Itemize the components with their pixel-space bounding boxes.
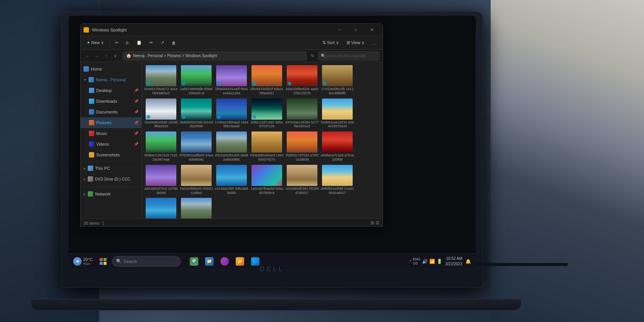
volume-icon[interactable]: 📶 [429,259,435,264]
battery-icon[interactable]: 🔋 [437,259,442,264]
sidebar-item-network[interactable]: ▶ Network [80,189,141,199]
taskbar-icon-3[interactable]: 🎵 [218,255,232,268]
delete-button[interactable]: 🗑 [169,38,179,48]
file-thumbnail [251,165,282,186]
file-label: a462660d7cc0 1d79b4b08d [144,187,178,195]
sidebar-item-downloads[interactable]: Downloads 📌 [80,96,141,107]
grid-view-icon[interactable]: ⊞ [371,220,374,225]
close-button[interactable]: ✕ [364,25,380,35]
file-item[interactable]: 7b5f05c7d7053 a79f21a2d838 [284,130,320,163]
maximize-button[interactable]: □ [348,25,363,35]
file-label: 32e06d60d3d9 1059b3fba3924 [144,120,178,129]
file-thumbnail [322,65,353,86]
new-button[interactable]: ✦ New ∨ [84,38,107,48]
pin-icon-3: 📌 [134,110,138,114]
file-item[interactable]: 17cf23e5f601fb 14116cc4fdb8fb [320,64,355,97]
sort-button[interactable]: ⇅ Sort ∨ [319,38,342,48]
file-item[interactable]: 0ce8517be4072 3a1e0b33d65e3 [143,64,179,97]
sidebar-item-home[interactable]: Home [80,64,141,74]
network-tray-icon[interactable]: 🔊 [422,259,428,264]
file-item[interactable]: a462660d7cc0 1d79b4b08d [143,163,179,197]
list-view-icon[interactable]: ☰ [376,220,380,225]
file-item[interactable]: 7a62e4fd5e05 3f2b22c1d6e4 [179,163,214,197]
refresh-button[interactable]: ↻ [308,52,317,60]
recent-button[interactable]: ∨ [111,52,120,60]
clock-time: 10:52 AM [445,256,463,261]
file-item[interactable]: 20f6c13d7c4d1 9d5a87037c29 [249,97,284,130]
file-item[interactable]: d9f5f951ed0bf 21e9255d1ad417 [320,163,355,197]
file-status-dot [146,82,150,85]
file-item[interactable]: d034cc05f7502 3daf835a21c4 [143,196,179,219]
file-item[interactable]: c41480c398 3d5cde8fa56b [214,163,249,197]
file-item[interactable]: 9769802adf8ef3 43aaa0b4b08c [179,130,214,163]
taskbar-icon-2[interactable]: 📁 [202,255,216,268]
file-item[interactable]: 6da31bf9ed2d1 aacb07bc3327b [284,64,320,97]
back-button[interactable]: ← [84,52,92,60]
taskbar-icon-4[interactable]: 📂 [233,255,247,268]
file-label: 9769802adf8ef3 43aaa0b4b08c [179,153,213,162]
address-path[interactable]: 🏠 Neeraj - Personal > Pictures > Windows… [123,51,307,61]
sidebar-item-thispc[interactable]: ▶ This PC [80,163,141,174]
weather-widget[interactable]: 🌧 20°C Rain [73,257,93,266]
up-button[interactable]: ↑ [102,52,110,60]
file-status-dot [182,115,186,119]
clock[interactable]: 10:52 AM 3/22/2023 [445,256,463,267]
sidebar-item-dvd[interactable]: ▶ DVD Drive (D:) CCC [80,174,141,184]
minimize-button[interactable]: ─ [332,25,347,35]
file-thumbnail [181,131,212,153]
share-button[interactable]: ↗ [158,38,167,48]
sidebar-label-documents: Documents [96,110,118,114]
sidebar-item-pictures[interactable]: Pictures 📌 [80,117,141,128]
forward-button[interactable]: → [93,52,101,60]
sidebar-item-music[interactable]: Music 📌 [80,128,141,139]
taskbar-search[interactable]: 🔍 Search [112,256,181,267]
file-item[interactable]: a6d6eca7c2e9 a791e2d3f08 [320,130,355,163]
file-item[interactable]: cc51bb5df1bf1 5f535fd7d0027 [284,163,320,197]
expand-icon-dvd: ▶ [84,177,86,181]
file-item[interactable]: 1709a43385aed 1604f88c3eae6 [214,97,249,130]
weather-icon: 🌧 [73,257,82,266]
copy-button[interactable]: ⎘ [123,38,132,48]
file-status-dot [288,82,291,85]
file-item[interactable]: 908be7c3974c9 71912ac967eae [143,130,179,163]
rename-button[interactable]: ✏ [146,38,156,48]
file-item[interactable]: 09369d5e46ae3 c454b5507427c [249,130,284,163]
file-item[interactable]: 32e06d60d3d9 1059b3fba3924 [143,97,179,130]
cut-button[interactable]: ✂ [112,38,122,48]
file-label: 1fbbd44431c4df 95acee9ea1384 [215,87,248,95]
file-item[interactable]: 2f6c6474d2b2f 6da31bf9ed2d1 [249,64,284,97]
file-item[interactable]: 1fbbd44431c4df 95acee9ea1384 [214,64,249,97]
sidebar-item-personal[interactable]: ▼ Neeraj - Personal [80,74,141,85]
sidebar-item-desktop[interactable]: Desktop 📌 [80,85,141,96]
sidebar-label-videos: Videos [96,142,109,146]
file-label: c41480c398 3d5cde8fa56b [215,187,248,195]
sidebar-item-documents[interactable]: Documents 📌 [80,107,141,117]
taskbar-icon-1[interactable]: 🌍 [187,255,201,268]
expand-icon-pc: ▶ [84,167,86,170]
file-item[interactable]: 1a5ca87f0ae8d 0e5ad07b58c4 [249,163,284,197]
status-separator: | [103,221,104,225]
window-controls: ─ □ ✕ [332,25,380,35]
app-icon [84,27,89,33]
file-item[interactable]: 36d9905b03d4 d2c432b2966b [179,97,214,130]
lang-indicator[interactable]: ENG US [413,257,421,266]
file-label: 17cf23e5f601fb 14116cc4fdb8fb [320,87,354,95]
view-button[interactable]: ⊞ View ∨ [343,38,368,48]
file-item[interactable]: ede99d861b7d 9773b3b2660cf [179,196,214,219]
sidebar-item-screenshots[interactable]: Screenshots [80,150,141,160]
paste-button[interactable]: 📋 [133,38,145,48]
tray-chevron[interactable]: ^ [410,260,411,263]
start-button[interactable] [97,256,109,267]
notification-icon[interactable]: 🔔 [465,259,471,264]
sofa-right [491,0,644,322]
file-item[interactable]: 542b52cee1823c 60e4e3397b644 [320,97,355,130]
more-button[interactable]: … [369,38,380,48]
file-item[interactable]: 437e0ae1462be b277f9e1501e3 [284,97,320,130]
file-item[interactable]: 1a5b748d5ddb d59ef2084efc-d [179,64,214,97]
file-label: 1709a43385aed 1604f88c3eae6 [215,120,248,129]
sidebar-item-videos[interactable]: Videos 📌 [80,139,141,150]
toolbar: ✦ New ∨ ✂ ⎘ 📋 ✏ ↗ 🗑 ⇅ Sort ∨ ⊞ View ∨ … [80,36,383,50]
file-item[interactable]: 4321a023bc405 d4a92a8b0d89c [214,130,249,163]
search-box[interactable]: 🔍 Search Windows Spotlight [318,51,380,61]
file-thumbnail [146,65,176,86]
